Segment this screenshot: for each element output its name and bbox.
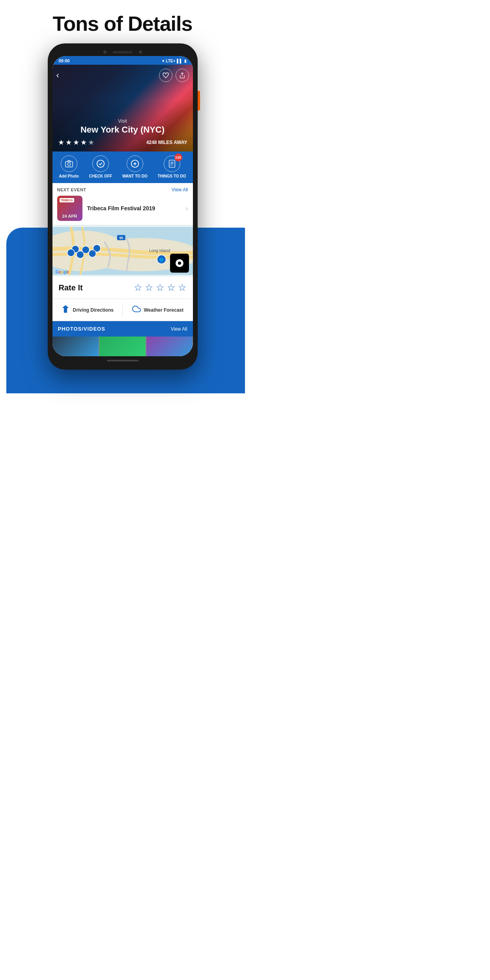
page-title: Tons of Details [45,0,200,43]
hero-place-name: New York City (NYC) [58,125,187,135]
photo-thumb-3 [146,337,193,356]
event-date: 24 APR [62,214,77,219]
weather-forecast-link[interactable]: Weather Forecast [123,299,193,321]
photos-header: PHOTOS/VIDEOS View All [52,321,193,337]
things-to-do-label: THINGS TO DO [157,174,186,178]
check-off-label: CHECK OFF [89,174,112,178]
star-4: ★ [80,138,87,147]
phone-wrapper: 09:00 ▾ LTE+ ▌▌ ▮ ‹ [26,43,219,370]
phone-screen: 09:00 ▾ LTE+ ▌▌ ▮ ‹ [52,56,193,356]
event-section-label: NEXT EVENT [57,187,86,192]
photo-thumb-1 [52,337,99,356]
hero-bottom-row: ★ ★ ★ ★ ★ 4248 MILES AWAY [58,138,187,147]
driving-directions-link[interactable]: Driving Directions [52,299,123,321]
miles-text: 4248 MILES AWAY [146,140,187,145]
star-2: ★ [65,138,72,147]
rate-star-3[interactable]: ☆ [156,282,165,293]
front-camera2 [139,50,142,54]
phone-top-bar [52,48,193,56]
directions-icon [61,305,70,315]
share-icon[interactable] [176,69,189,82]
svg-text:🌐: 🌐 [159,258,164,262]
event-logo: TRIBECA [60,198,74,202]
event-row[interactable]: TRIBECA 24 APR Tribeca Film Festival 201… [57,196,188,221]
speaker-grill [113,51,133,53]
rate-star-1[interactable]: ☆ [134,282,142,293]
rate-label: Rate It [59,283,83,292]
event-view-all[interactable]: View All [172,187,188,193]
rate-section: Rate It ☆ ☆ ☆ ☆ ☆ [52,277,193,299]
hero-section: ‹ [52,65,193,151]
want-to-do-icon [127,155,143,172]
svg-point-21 [88,250,96,257]
add-photo-icon [61,155,77,172]
want-to-do-label: WANT TO DO [122,174,148,178]
rate-star-5[interactable]: ☆ [178,282,187,293]
phone-frame: 09:00 ▾ LTE+ ▌▌ ▮ ‹ [48,43,198,370]
back-button[interactable]: ‹ [56,70,59,80]
cloud-icon [132,305,141,315]
front-camera [103,50,107,54]
weather-forecast-label: Weather Forecast [144,307,183,313]
hero-right-icons [159,69,189,82]
svg-text:Long Island: Long Island [149,249,170,253]
svg-point-3 [97,160,104,167]
check-off-icon [92,155,109,172]
links-row: Driving Directions Weather Forecast [52,299,193,321]
status-bar: 09:00 ▾ LTE+ ▌▌ ▮ [52,56,193,65]
svg-point-2 [67,163,70,165]
star-5: ★ [88,138,94,147]
status-icons: ▾ LTE+ ▌▌ ▮ [162,59,186,63]
svg-point-24 [67,249,75,256]
check-off-button[interactable]: CHECK OFF [89,155,112,178]
hero-visit-label: Visit [58,118,187,124]
driving-directions-label: Driving Directions [73,307,114,313]
hero-top-icons: ‹ [56,69,189,82]
rate-stars[interactable]: ☆ ☆ ☆ ☆ ☆ [134,282,187,293]
uber-button[interactable] [170,254,189,273]
google-watermark: Google [56,270,69,274]
photo-thumb-2 [99,337,146,356]
map-section[interactable]: 95 Long Island 🌐 Google [52,225,193,277]
rate-star-2[interactable]: ☆ [145,282,153,293]
photos-view-all[interactable]: View All [171,326,187,332]
things-badge: 130 [174,153,182,161]
svg-rect-26 [178,262,181,265]
status-time: 09:00 [59,58,70,63]
rate-star-4[interactable]: ☆ [167,282,176,293]
event-header: NEXT EVENT View All [57,187,188,193]
signal-bars-icon: ▌▌ [177,59,182,63]
action-bar: Add Photo CHECK OFF [52,151,193,183]
event-thumbnail: TRIBECA 24 APR [57,196,82,221]
add-photo-button[interactable]: Add Photo [59,155,79,178]
things-to-do-icon: 130 [164,155,180,172]
hero-content: Visit New York City (NYC) ★ ★ ★ ★ ★ 4248… [58,118,187,147]
lte-label: LTE+ [166,59,175,63]
photos-strip [52,337,193,356]
wifi-icon: ▾ [162,59,164,63]
battery-icon: ▮ [184,59,187,63]
event-info: Tribeca Film Festival 2019 [87,205,181,212]
star-1: ★ [58,138,64,147]
home-indicator[interactable] [107,360,138,361]
favorite-icon[interactable] [159,69,172,82]
svg-text:95: 95 [119,236,123,240]
event-chevron-icon: › [186,204,188,213]
things-to-do-button[interactable]: 130 THINGS TO DO [157,155,186,178]
event-name: Tribeca Film Festival 2019 [87,205,181,212]
star-3: ★ [73,138,79,147]
event-section: NEXT EVENT View All TRIBECA 24 APR Tribe… [52,183,193,225]
phone-bottom-bar [52,356,193,365]
photos-label: PHOTOS/VIDEOS [58,326,105,332]
add-photo-label: Add Photo [59,174,79,178]
want-to-do-button[interactable]: WANT TO DO [122,155,148,178]
hero-rating-stars: ★ ★ ★ ★ ★ [58,138,94,147]
